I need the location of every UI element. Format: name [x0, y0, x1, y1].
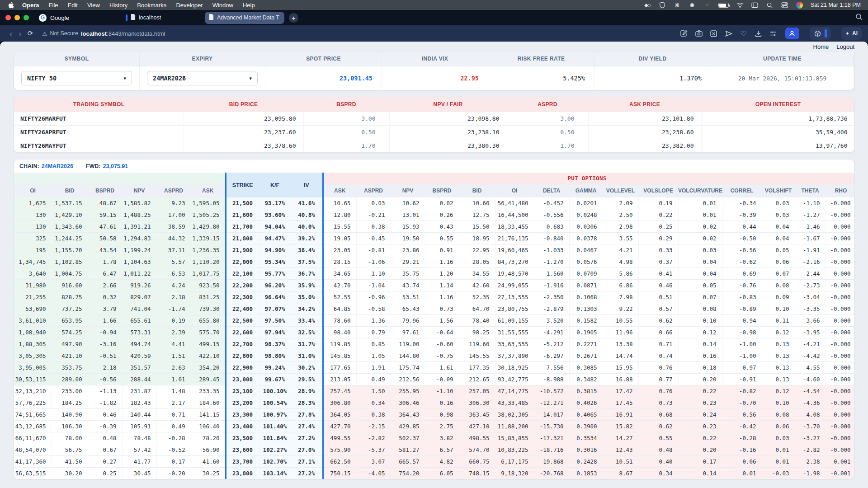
logout-link[interactable]: Logout [836, 43, 854, 50]
menubar-item-history[interactable]: History [109, 2, 127, 9]
put-cell-oi: 16,44,500 [495, 209, 534, 221]
spotlight-search-icon[interactable] [766, 2, 774, 9]
close-box-icon[interactable] [710, 29, 718, 38]
chain-expiry-value[interactable]: 24MAR2026 [42, 163, 73, 169]
futures-row: NIFTY26APRFUT23,237.600.5023,238.100.502… [14, 126, 854, 139]
menubar-item-opera[interactable]: Opera [22, 2, 39, 9]
call-cell-bid: 1,244.25 [52, 233, 88, 244]
strike-cell[interactable]: 21,800 [226, 233, 259, 244]
put-cell-bsprd: 1.16 [425, 291, 459, 303]
zoom-window-button[interactable] [24, 15, 29, 20]
put-cell-correl: -0.50 [722, 233, 762, 244]
shield-icon[interactable] [659, 2, 666, 9]
put-cell-theta: -2.73 [795, 280, 826, 291]
strike-cell[interactable]: 22,600 [226, 327, 259, 338]
iv-cell: 30.2% [291, 362, 323, 374]
strike-cell[interactable]: 23,600 [226, 444, 259, 456]
kf-cell: 97.94% [259, 327, 291, 338]
speed-dial-google[interactable]: G Google [39, 14, 69, 22]
strike-cell[interactable]: 23,100 [226, 385, 259, 397]
minimize-window-button[interactable] [14, 15, 20, 20]
strike-cell[interactable]: 23,000 [226, 374, 259, 385]
url-field[interactable]: localhost:8443/marketdata.html [81, 30, 165, 37]
call-cell-ask: 499.15 [191, 338, 226, 350]
put-cell-theta: -3.27 [795, 432, 826, 444]
site-security-info[interactable]: ⚠ Not Secure [42, 30, 78, 37]
strike-cell[interactable]: 23,800 [226, 468, 259, 479]
ai-sidebar-button[interactable]: ✦ AI [841, 27, 862, 40]
battery-icon[interactable] [718, 3, 729, 8]
tab-localhost[interactable]: localhost [122, 12, 201, 24]
swirl-icon[interactable]: ❋ [674, 2, 681, 9]
wifi-icon[interactable] [736, 2, 744, 9]
diamonds-icon[interactable]: ◆◇ [644, 2, 651, 9]
put-cell-bsprd: 6.05 [425, 468, 459, 479]
strike-cell[interactable]: 21,900 [226, 244, 259, 256]
menubar-item-window[interactable]: Window [212, 2, 233, 9]
strike-cell[interactable]: 21,600 [226, 209, 259, 221]
call-cell-asprd: 6.53 [156, 268, 191, 280]
workspace-button[interactable] [810, 27, 831, 40]
menubar-item-bookmarks[interactable]: Bookmarks [137, 2, 166, 9]
strike-cell[interactable]: 22,000 [226, 256, 259, 268]
put-cell-oi: 11,88,200 [495, 421, 534, 432]
strike-cell[interactable]: 23,400 [226, 421, 259, 432]
futures-cell-npv-fair: 23,098.80 [389, 112, 507, 126]
close-window-button[interactable] [5, 15, 11, 20]
profile-button[interactable] [785, 28, 799, 39]
extensions-sliders-icon[interactable] [769, 29, 778, 38]
snapshot-camera-icon[interactable] [695, 29, 703, 38]
expiry-select[interactable]: 24MAR2026 ▾ [147, 71, 258, 85]
put-cell-theta: -4.08 [795, 409, 826, 421]
strike-cell[interactable]: 22,900 [226, 362, 259, 374]
back-button[interactable]: ‹ [6, 29, 15, 38]
strike-cell[interactable]: 22,100 [226, 268, 259, 280]
forward-button[interactable]: › [15, 29, 24, 38]
strike-cell[interactable]: 22,500 [226, 315, 259, 327]
strike-cell[interactable]: 22,400 [226, 303, 259, 315]
strike-cell[interactable]: 21,500 [226, 197, 259, 209]
put-cell-correl: -0.98 [722, 327, 762, 338]
spiral-icon[interactable]: ○ [703, 2, 711, 9]
symbol-select[interactable]: NIFTY 50 ▾ [21, 71, 132, 85]
new-tab-button[interactable]: + [289, 13, 298, 23]
bookmark-heart-icon[interactable]: ♡ [740, 29, 748, 38]
strike-cell[interactable]: 23,300 [226, 409, 259, 421]
strike-cell[interactable]: 22,300 [226, 291, 259, 303]
strike-cell[interactable]: 22,200 [226, 280, 259, 291]
menubar-item-view[interactable]: View [87, 2, 100, 9]
put-cell-bsprd: -0.60 [425, 338, 459, 350]
tab-search-icon[interactable] [855, 13, 863, 22]
control-center-icon[interactable] [781, 2, 788, 9]
menubar-item-file[interactable]: File [49, 2, 58, 9]
put-cell-npv: 502.37 [391, 432, 425, 444]
downloads-icon[interactable] [755, 29, 763, 38]
call-cell-ask: 1,236.35 [191, 244, 226, 256]
strike-cell[interactable]: 22,800 [226, 350, 259, 362]
tab-active-indicator [126, 14, 127, 21]
menubar-clock[interactable]: Sat 21 Mar 1:18 PM [811, 2, 861, 8]
tab-advanced-market-data[interactable]: Advanced Market Data T [205, 12, 284, 24]
put-cell-volslope: 0.33 [638, 244, 678, 256]
burst-icon[interactable]: ✺ [689, 2, 696, 9]
reload-button[interactable]: ⟳ [25, 29, 38, 38]
futures-cell-open-interest: 35,59,400 [701, 126, 854, 139]
home-link[interactable]: Home [813, 43, 829, 50]
compose-icon[interactable] [680, 29, 688, 38]
strike-cell[interactable]: 23,500 [226, 432, 259, 444]
call-cell-bid: 41.50 [52, 456, 88, 468]
futures-header-npv-fair: NPV / FAIR [389, 97, 507, 112]
menubar-item-help[interactable]: Help [243, 2, 255, 9]
strike-cell[interactable]: 23,700 [226, 456, 259, 468]
menubar-item-edit[interactable]: Edit [68, 2, 78, 9]
send-to-device-icon[interactable] [725, 29, 733, 38]
strike-cell[interactable]: 23,200 [226, 397, 259, 409]
apple-logo-icon[interactable] [7, 2, 14, 9]
put-cell-oi: 27,13,555 [495, 291, 534, 303]
menubar-item-developer[interactable]: Developer [176, 2, 203, 9]
put-cell-rho: -0.000 [826, 280, 854, 291]
strike-cell[interactable]: 22,700 [226, 338, 259, 350]
stage-manager-icon[interactable] [751, 2, 759, 9]
siri-icon[interactable] [796, 2, 803, 9]
strike-cell[interactable]: 21,700 [226, 221, 259, 233]
